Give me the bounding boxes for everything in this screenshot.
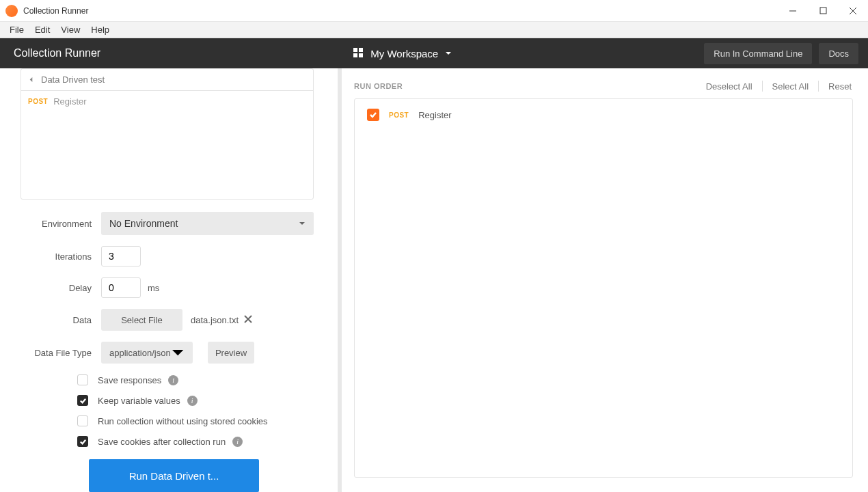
reset-link[interactable]: Reset [824,81,856,92]
collection-body: POST Register [21,91,313,199]
deselect-all-link[interactable]: Deselect All [702,81,757,92]
content: Data Driven test POST Register Environme… [0,68,868,492]
workspace-selector[interactable]: My Workspace [100,47,704,60]
save-responses-checkbox[interactable] [77,374,88,385]
chevron-down-icon [171,346,185,359]
runorder-checkbox[interactable] [367,109,379,121]
svg-rect-4 [353,48,357,52]
info-icon[interactable]: i [187,396,198,406]
data-file-name: data.json.txt [191,315,239,325]
no-cookies-checkbox[interactable] [77,415,88,426]
svg-rect-7 [359,53,363,57]
data-label: Data [21,315,101,325]
environment-value: No Environment [109,218,178,229]
chevron-down-icon [445,49,452,59]
filetype-select[interactable]: application/json [101,342,193,364]
svg-rect-6 [353,53,357,57]
chevron-left-icon [28,77,34,83]
close-button[interactable] [838,0,868,22]
filetype-value: application/json [109,348,171,358]
runorder-request-name: Register [418,110,451,120]
collection-header[interactable]: Data Driven test [21,69,313,91]
environment-select[interactable]: No Environment [101,212,314,235]
separator [762,81,763,92]
save-cookies-label: Save cookies after collection run [98,437,226,447]
menu-view[interactable]: View [55,23,85,37]
menubar: File Edit View Help [0,22,868,38]
runorder-box: POST Register [354,98,853,478]
keep-vars-label: Keep variable values [98,396,180,406]
save-responses-label: Save responses [98,375,161,385]
maximize-button[interactable] [808,0,838,22]
topbar-actions: Run In Command Line Docs [704,43,868,64]
run-settings: Environment No Environment Iterations De… [21,212,314,492]
method-badge: POST [389,111,409,119]
no-cookies-label: Run collection without using stored cook… [98,416,268,426]
window-controls [778,0,868,22]
collection-name: Data Driven test [41,74,105,85]
runorder-actions: Deselect All Select All Reset [702,81,856,92]
info-icon[interactable]: i [168,375,178,385]
iterations-label: Iterations [21,251,101,262]
svg-rect-5 [359,48,363,52]
environment-label: Environment [21,219,101,229]
chevron-down-icon [299,220,306,227]
preview-button[interactable]: Preview [208,342,254,364]
topbar-title: Collection Runner [0,47,100,59]
method-badge: POST [28,98,48,105]
runorder-item[interactable]: POST Register [367,109,840,121]
docs-button[interactable]: Docs [819,43,858,64]
runorder-title: RUN ORDER [354,82,702,90]
grid-icon [353,47,364,60]
clear-file-button[interactable] [244,315,252,325]
minimize-button[interactable] [778,0,808,22]
iterations-input[interactable] [101,246,141,266]
keep-vars-checkbox[interactable] [77,395,88,406]
delay-label: Delay [21,283,101,293]
collection-box: Data Driven test POST Register [21,68,314,200]
workspace-name: My Workspace [370,48,438,59]
svg-rect-1 [820,8,826,14]
run-commandline-button[interactable]: Run In Command Line [704,43,812,64]
menu-help[interactable]: Help [85,23,115,37]
info-icon[interactable]: i [232,437,243,447]
runorder-header: RUN ORDER Deselect All Select All Reset [354,81,856,92]
menu-file[interactable]: File [4,23,29,37]
save-cookies-checkbox[interactable] [77,436,88,447]
topbar: Collection Runner My Workspace Run In Co… [0,38,868,68]
request-row[interactable]: POST Register [28,96,306,107]
delay-input[interactable] [101,277,141,298]
filetype-label: Data File Type [21,348,101,358]
delay-unit: ms [148,283,159,293]
request-name: Register [53,96,86,107]
separator [818,81,819,92]
titlebar: Collection Runner [0,0,868,22]
select-all-link[interactable]: Select All [768,81,813,92]
window-title: Collection Runner [23,6,778,16]
run-button[interactable]: Run Data Driven t... [89,459,259,492]
select-file-button[interactable]: Select File [101,309,182,331]
app-icon [5,5,18,17]
menu-edit[interactable]: Edit [29,23,55,37]
right-panel: RUN ORDER Deselect All Select All Reset … [342,68,868,492]
left-panel: Data Driven test POST Register Environme… [0,68,342,492]
